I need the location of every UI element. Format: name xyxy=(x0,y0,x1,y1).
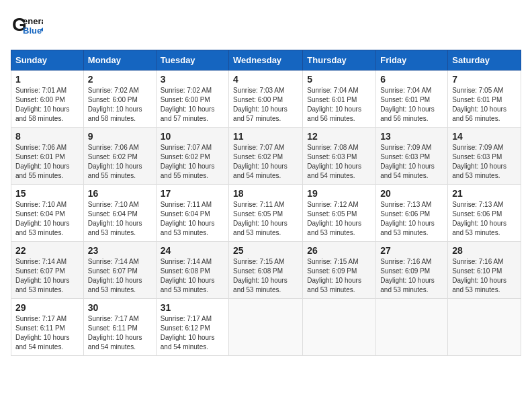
header-day-tuesday: Tuesday xyxy=(156,50,228,71)
calendar-header-row: SundayMondayTuesdayWednesdayThursdayFrid… xyxy=(11,50,521,71)
day-number: 24 xyxy=(161,245,224,256)
calendar-cell: 17 Sunrise: 7:11 AMSunset: 6:04 PMDaylig… xyxy=(156,185,228,242)
day-number: 16 xyxy=(88,188,152,199)
calendar-cell: 19 Sunrise: 7:12 AMSunset: 6:05 PMDaylig… xyxy=(303,185,376,242)
day-number: 7 xyxy=(452,74,517,85)
day-number: 27 xyxy=(380,245,443,256)
calendar-week-1: 1 Sunrise: 7:01 AMSunset: 6:00 PMDayligh… xyxy=(11,71,521,128)
day-info: Sunrise: 7:06 AMSunset: 6:01 PMDaylight:… xyxy=(15,143,79,181)
calendar-cell: 23 Sunrise: 7:14 AMSunset: 6:07 PMDaylig… xyxy=(83,242,156,299)
calendar-cell xyxy=(448,299,521,356)
day-info: Sunrise: 7:11 AMSunset: 6:05 PMDaylight:… xyxy=(233,200,298,238)
day-info: Sunrise: 7:10 AMSunset: 6:04 PMDaylight:… xyxy=(88,200,152,238)
logo-icon: G eneral Blue xyxy=(11,11,43,43)
day-number: 3 xyxy=(161,74,224,85)
day-number: 4 xyxy=(233,74,298,85)
day-info: Sunrise: 7:02 AMSunset: 6:00 PMDaylight:… xyxy=(88,86,152,124)
calendar-cell: 1 Sunrise: 7:01 AMSunset: 6:00 PMDayligh… xyxy=(11,71,84,128)
calendar-cell: 11 Sunrise: 7:07 AMSunset: 6:02 PMDaylig… xyxy=(229,128,303,185)
calendar-cell: 14 Sunrise: 7:09 AMSunset: 6:03 PMDaylig… xyxy=(448,128,521,185)
calendar-cell: 9 Sunrise: 7:06 AMSunset: 6:02 PMDayligh… xyxy=(83,128,156,185)
day-number: 22 xyxy=(15,245,79,256)
calendar-cell: 22 Sunrise: 7:14 AMSunset: 6:07 PMDaylig… xyxy=(11,242,84,299)
calendar-cell: 16 Sunrise: 7:10 AMSunset: 6:04 PMDaylig… xyxy=(83,185,156,242)
day-number: 19 xyxy=(307,188,371,199)
day-info: Sunrise: 7:13 AMSunset: 6:06 PMDaylight:… xyxy=(452,200,517,238)
day-info: Sunrise: 7:15 AMSunset: 6:08 PMDaylight:… xyxy=(233,257,298,295)
header-day-thursday: Thursday xyxy=(303,50,376,71)
day-info: Sunrise: 7:01 AMSunset: 6:00 PMDaylight:… xyxy=(15,86,79,124)
calendar-cell: 30 Sunrise: 7:17 AMSunset: 6:11 PMDaylig… xyxy=(83,299,156,356)
day-info: Sunrise: 7:12 AMSunset: 6:05 PMDaylight:… xyxy=(307,200,371,238)
calendar-cell: 25 Sunrise: 7:15 AMSunset: 6:08 PMDaylig… xyxy=(229,242,303,299)
calendar-cell: 24 Sunrise: 7:14 AMSunset: 6:08 PMDaylig… xyxy=(156,242,228,299)
day-info: Sunrise: 7:09 AMSunset: 6:03 PMDaylight:… xyxy=(380,143,443,181)
day-info: Sunrise: 7:15 AMSunset: 6:09 PMDaylight:… xyxy=(307,257,371,295)
calendar-cell xyxy=(376,299,448,356)
day-info: Sunrise: 7:03 AMSunset: 6:00 PMDaylight:… xyxy=(233,86,298,124)
day-info: Sunrise: 7:05 AMSunset: 6:01 PMDaylight:… xyxy=(452,86,517,124)
calendar-cell: 4 Sunrise: 7:03 AMSunset: 6:00 PMDayligh… xyxy=(229,71,303,128)
header-day-sunday: Sunday xyxy=(11,50,84,71)
svg-text:Blue: Blue xyxy=(23,26,42,36)
day-info: Sunrise: 7:17 AMSunset: 6:12 PMDaylight:… xyxy=(161,314,224,352)
logo: G eneral Blue xyxy=(11,11,43,43)
day-number: 18 xyxy=(233,188,298,199)
calendar-week-5: 29 Sunrise: 7:17 AMSunset: 6:11 PMDaylig… xyxy=(11,299,521,356)
day-info: Sunrise: 7:02 AMSunset: 6:00 PMDaylight:… xyxy=(161,86,224,124)
day-number: 14 xyxy=(452,131,517,142)
calendar-cell xyxy=(303,299,376,356)
calendar-cell: 2 Sunrise: 7:02 AMSunset: 6:00 PMDayligh… xyxy=(83,71,156,128)
day-info: Sunrise: 7:07 AMSunset: 6:02 PMDaylight:… xyxy=(161,143,224,181)
day-info: Sunrise: 7:14 AMSunset: 6:07 PMDaylight:… xyxy=(15,257,79,295)
day-number: 13 xyxy=(380,131,443,142)
calendar-cell: 3 Sunrise: 7:02 AMSunset: 6:00 PMDayligh… xyxy=(156,71,228,128)
day-number: 11 xyxy=(233,131,298,142)
day-info: Sunrise: 7:16 AMSunset: 6:10 PMDaylight:… xyxy=(452,257,517,295)
day-number: 23 xyxy=(88,245,152,256)
header-day-monday: Monday xyxy=(83,50,156,71)
svg-text:eneral: eneral xyxy=(23,16,43,26)
calendar-cell: 5 Sunrise: 7:04 AMSunset: 6:01 PMDayligh… xyxy=(303,71,376,128)
day-info: Sunrise: 7:10 AMSunset: 6:04 PMDaylight:… xyxy=(15,200,79,238)
calendar-cell: 13 Sunrise: 7:09 AMSunset: 6:03 PMDaylig… xyxy=(376,128,448,185)
calendar-cell: 27 Sunrise: 7:16 AMSunset: 6:09 PMDaylig… xyxy=(376,242,448,299)
calendar-week-2: 8 Sunrise: 7:06 AMSunset: 6:01 PMDayligh… xyxy=(11,128,521,185)
header-day-wednesday: Wednesday xyxy=(229,50,303,71)
calendar-cell xyxy=(229,299,303,356)
day-number: 12 xyxy=(307,131,371,142)
day-number: 20 xyxy=(380,188,443,199)
calendar-cell: 26 Sunrise: 7:15 AMSunset: 6:09 PMDaylig… xyxy=(303,242,376,299)
day-info: Sunrise: 7:11 AMSunset: 6:04 PMDaylight:… xyxy=(161,200,224,238)
calendar-cell: 31 Sunrise: 7:17 AMSunset: 6:12 PMDaylig… xyxy=(156,299,228,356)
calendar-cell: 7 Sunrise: 7:05 AMSunset: 6:01 PMDayligh… xyxy=(448,71,521,128)
day-info: Sunrise: 7:14 AMSunset: 6:08 PMDaylight:… xyxy=(161,257,224,295)
calendar-cell: 21 Sunrise: 7:13 AMSunset: 6:06 PMDaylig… xyxy=(448,185,521,242)
calendar-cell: 10 Sunrise: 7:07 AMSunset: 6:02 PMDaylig… xyxy=(156,128,228,185)
day-number: 17 xyxy=(161,188,224,199)
day-info: Sunrise: 7:07 AMSunset: 6:02 PMDaylight:… xyxy=(233,143,298,181)
calendar-cell: 28 Sunrise: 7:16 AMSunset: 6:10 PMDaylig… xyxy=(448,242,521,299)
page-header: G eneral Blue xyxy=(11,11,521,43)
day-number: 9 xyxy=(88,131,152,142)
calendar-cell: 20 Sunrise: 7:13 AMSunset: 6:06 PMDaylig… xyxy=(376,185,448,242)
day-number: 8 xyxy=(15,131,79,142)
day-number: 21 xyxy=(452,188,517,199)
calendar-week-3: 15 Sunrise: 7:10 AMSunset: 6:04 PMDaylig… xyxy=(11,185,521,242)
day-info: Sunrise: 7:14 AMSunset: 6:07 PMDaylight:… xyxy=(88,257,152,295)
day-info: Sunrise: 7:17 AMSunset: 6:11 PMDaylight:… xyxy=(88,314,152,352)
day-number: 6 xyxy=(380,74,443,85)
day-number: 29 xyxy=(15,302,79,313)
day-number: 31 xyxy=(161,302,224,313)
day-info: Sunrise: 7:06 AMSunset: 6:02 PMDaylight:… xyxy=(88,143,152,181)
calendar-week-4: 22 Sunrise: 7:14 AMSunset: 6:07 PMDaylig… xyxy=(11,242,521,299)
day-info: Sunrise: 7:13 AMSunset: 6:06 PMDaylight:… xyxy=(380,200,443,238)
day-number: 26 xyxy=(307,245,371,256)
day-number: 30 xyxy=(88,302,152,313)
calendar-cell: 6 Sunrise: 7:04 AMSunset: 6:01 PMDayligh… xyxy=(376,71,448,128)
day-info: Sunrise: 7:04 AMSunset: 6:01 PMDaylight:… xyxy=(380,86,443,124)
calendar-cell: 12 Sunrise: 7:08 AMSunset: 6:03 PMDaylig… xyxy=(303,128,376,185)
day-number: 2 xyxy=(88,74,152,85)
day-number: 10 xyxy=(161,131,224,142)
day-number: 1 xyxy=(15,74,79,85)
